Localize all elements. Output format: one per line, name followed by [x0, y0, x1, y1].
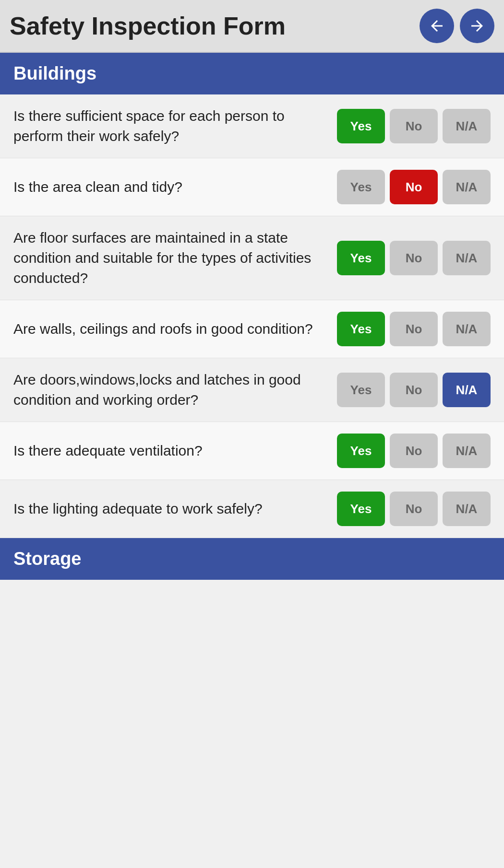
page-title: Safety Inspection Form: [10, 12, 286, 40]
no-button-1[interactable]: No: [390, 109, 438, 143]
question-text-2: Is the area clean and tidy?: [13, 177, 327, 197]
answer-group-3: Yes No N/A: [337, 241, 491, 275]
yes-button-3[interactable]: Yes: [337, 241, 385, 275]
no-button-3[interactable]: No: [390, 241, 438, 275]
question-row-6: Is there adequate ventilation? Yes No N/…: [0, 422, 504, 480]
answer-group-1: Yes No N/A: [337, 109, 491, 143]
na-button-5[interactable]: N/A: [443, 373, 491, 407]
na-button-4[interactable]: N/A: [443, 312, 491, 346]
question-text-6: Is there adequate ventilation?: [13, 441, 327, 461]
header: Safety Inspection Form: [0, 0, 504, 53]
question-row-5: Are doors,windows,locks and latches in g…: [0, 358, 504, 422]
yes-button-1[interactable]: Yes: [337, 109, 385, 143]
buildings-section: Buildings Is there sufficient space for …: [0, 53, 504, 538]
yes-button-5[interactable]: Yes: [337, 373, 385, 407]
question-text-1: Is there sufficient space for each perso…: [13, 106, 327, 146]
question-row-7: Is the lighting adequate to work safely?…: [0, 480, 504, 538]
no-button-7[interactable]: No: [390, 492, 438, 526]
question-row-3: Are floor surfaces are maintained in a s…: [0, 216, 504, 300]
next-section-title: Storage: [13, 549, 81, 569]
yes-button-7[interactable]: Yes: [337, 492, 385, 526]
na-button-1[interactable]: N/A: [443, 109, 491, 143]
na-button-7[interactable]: N/A: [443, 492, 491, 526]
answer-group-5: Yes No N/A: [337, 373, 491, 407]
yes-button-4[interactable]: Yes: [337, 312, 385, 346]
nav-buttons: [420, 9, 494, 43]
answer-group-6: Yes No N/A: [337, 434, 491, 468]
no-button-2[interactable]: No: [390, 170, 438, 204]
answer-group-7: Yes No N/A: [337, 492, 491, 526]
yes-button-2[interactable]: Yes: [337, 170, 385, 204]
na-button-3[interactable]: N/A: [443, 241, 491, 275]
question-text-7: Is the lighting adequate to work safely?: [13, 499, 327, 519]
na-button-2[interactable]: N/A: [443, 170, 491, 204]
question-text-3: Are floor surfaces are maintained in a s…: [13, 228, 327, 288]
no-button-5[interactable]: No: [390, 373, 438, 407]
question-text-5: Are doors,windows,locks and latches in g…: [13, 370, 327, 410]
back-button[interactable]: [420, 9, 454, 43]
question-row-4: Are walls, ceilings and roofs in good co…: [0, 300, 504, 358]
question-text-4: Are walls, ceilings and roofs in good co…: [13, 319, 327, 339]
na-button-6[interactable]: N/A: [443, 434, 491, 468]
section-title-buildings: Buildings: [13, 63, 96, 83]
section-header-buildings: Buildings: [0, 53, 504, 94]
forward-button[interactable]: [460, 9, 494, 43]
no-button-6[interactable]: No: [390, 434, 438, 468]
question-row-2: Is the area clean and tidy? Yes No N/A: [0, 158, 504, 216]
yes-button-6[interactable]: Yes: [337, 434, 385, 468]
question-row-1: Is there sufficient space for each perso…: [0, 94, 504, 158]
answer-group-4: Yes No N/A: [337, 312, 491, 346]
no-button-4[interactable]: No: [390, 312, 438, 346]
answer-group-2: Yes No N/A: [337, 170, 491, 204]
section-footer-storage: Storage: [0, 538, 504, 580]
